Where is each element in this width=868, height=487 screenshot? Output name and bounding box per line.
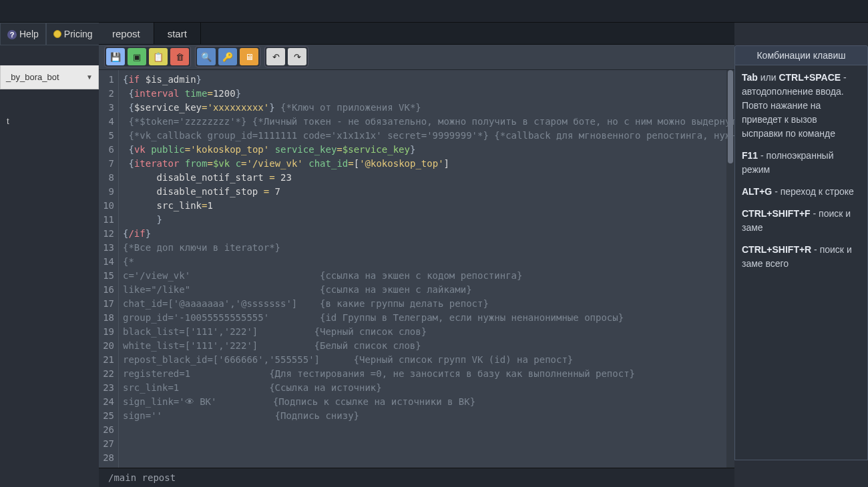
find-button[interactable]: 🔍 [197,48,216,65]
help-label: Help [19,29,39,39]
bot-selector-label: _by_bora_bot [6,72,59,82]
left-column: Help Pricing _by_bora_bot ▼ t [0,23,99,487]
scrollbar-thumb[interactable] [728,70,733,163]
undo-button[interactable]: ↶ [266,48,285,65]
coin-icon [53,30,61,38]
line-gutter: 1 2 3 4 5 6 7 8 9 10 11 12 13 14 15 16 1… [99,70,119,468]
caret-down-icon: ▼ [86,73,93,81]
app-root: Help Pricing _by_bora_bot ▼ t repoststar… [0,0,868,487]
tab-repost[interactable]: repost [99,23,154,44]
file-tabs: repoststart [99,23,734,45]
vertical-scrollbar[interactable] [726,70,734,468]
right-panel: Комбинации клавиш Tab или CTRL+SPACE - а… [734,23,868,487]
redo-button[interactable]: ↷ [288,48,306,65]
key-button[interactable]: 🔑 [218,48,237,65]
shortcut-tip: Tab или CTRL+SPACE - автодополнение ввод… [742,71,861,141]
code-editor[interactable]: 1 2 3 4 5 6 7 8 9 10 11 12 13 14 15 16 1… [99,70,734,468]
tab-start[interactable]: start [154,23,201,44]
shortcut-tip: CTRL+SHIFT+F - поиск и заме [742,207,861,235]
pricing-label: Pricing [64,29,93,39]
shortcuts-panel-body: Tab или CTRL+SPACE - автодополнение ввод… [734,65,868,460]
editor-toolbar: 💾 ▣ 📋 🗑 🔍 🔑 🖥 ↶ ↷ [99,45,734,69]
pricing-button[interactable]: Pricing [46,23,100,45]
status-bar: /main repost [99,468,734,487]
toolbar-group-history: ↶ ↷ [264,46,308,67]
breadcrumb: /main repost [108,472,176,483]
shortcuts-panel-title: Комбинации клавиш [734,45,868,65]
main-column: repoststart 💾 ▣ 📋 🗑 🔍 🔑 🖥 ↶ ↷ [99,23,734,487]
window-topbar [0,0,868,23]
help-button[interactable]: Help [0,23,46,45]
copy-button[interactable]: 📋 [149,48,168,65]
shortcut-tip: ALT+G - переход к строке [742,185,861,199]
run-button[interactable]: ▣ [128,48,146,65]
shortcut-tip: F11 - полноэкранный режим [742,149,861,177]
toolbar-group-file: 💾 ▣ 📋 🗑 [104,46,191,67]
code-content[interactable]: {if $is_admin} {interval time=1200} {$se… [119,70,734,468]
shortcut-tip: CTRL+SHIFT+R - поиск и заме всего [742,243,861,271]
sidebar-item[interactable]: t [0,109,99,132]
help-icon [7,29,17,39]
save-button[interactable]: 💾 [106,48,125,65]
bot-selector-dropdown[interactable]: _by_bora_bot ▼ [0,65,99,89]
help-pricing-row: Help Pricing [0,23,99,45]
toolbar-group-search: 🔍 🔑 🖥 [195,46,260,67]
delete-button[interactable]: 🗑 [170,48,189,65]
fullscreen-button[interactable]: 🖥 [240,48,258,65]
